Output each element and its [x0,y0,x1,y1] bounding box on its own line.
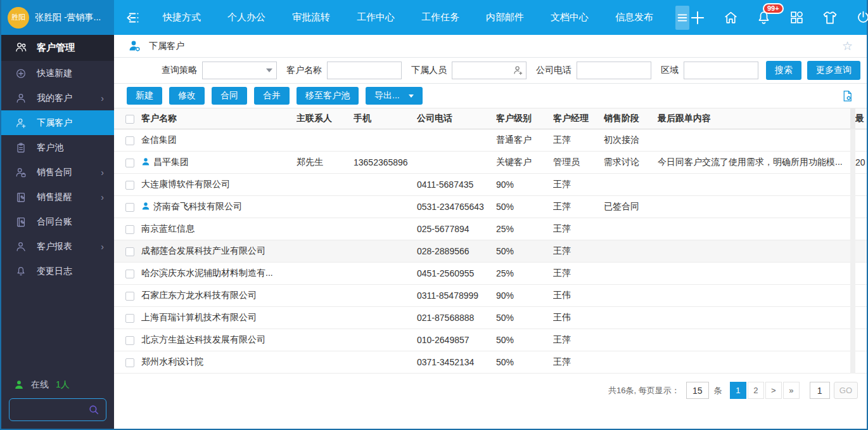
sidebar: 客户管理 快速新建 我的客户 › [1,35,114,429]
user-panel[interactable]: 胜阳 张胜阳 -营销事... [1,0,114,35]
table-row[interactable]: 昌平集团 郑先生 13652365896 关键客户 管理员 需求讨论 今日同客户… [114,152,867,174]
sidebar-search-input[interactable] [16,405,88,415]
col-mobile[interactable]: 手机 [354,108,417,129]
cell-customer-name[interactable]: 济南奋飞科技有限公司 [141,196,297,218]
customer-name-label: 客户名称 [286,65,322,76]
next-page-button[interactable]: > [765,382,782,399]
sidebar-item-my-customers[interactable]: 我的客户 › [1,86,114,110]
col-customer-name[interactable]: 客户名称 [141,108,297,129]
row-checkbox[interactable] [125,336,134,345]
nav-item-work-center[interactable]: 工作中心 [343,0,408,35]
table-row[interactable]: 北京方生益达科技发展有限公司 010-2649857 50% 王萍 [114,329,867,351]
nav-item-work-tasks[interactable]: 工作任务 [408,0,473,35]
sidebar-item-quick-create[interactable]: 快速新建 [1,61,114,86]
table-row[interactable]: 金信集团 普通客户 王萍 初次接洽 [114,129,867,152]
search-icon[interactable] [88,404,99,415]
select-all-checkbox[interactable] [125,115,134,124]
cell-customer-name[interactable]: 郑州水利设计院 [141,351,297,374]
nav-item-shortcuts[interactable]: 快捷方式 [150,0,214,35]
row-checkbox[interactable] [125,358,134,367]
sidebar-item-contract-ledger[interactable]: 合同台账 [1,209,114,234]
sidebar-item-customer-reports[interactable]: 客户报表 › [1,234,114,259]
table-row[interactable]: 上海百瑞计算机技术有限公司 021-87568888 50% 王伟 [114,307,867,329]
home-icon[interactable] [723,10,739,25]
row-checkbox[interactable] [125,270,134,278]
table-row[interactable]: 石家庄东方龙水科技有限公司 0311-85478999 90% 王伟 [114,285,867,307]
page-size-input[interactable] [686,382,709,399]
row-checkbox[interactable] [125,159,134,167]
row-checkbox[interactable] [125,203,134,212]
nav-item-approval-flow[interactable]: 审批流转 [279,0,343,35]
sidebar-item-subordinate-customers[interactable]: 下属客户 [1,110,114,135]
document-settings-icon[interactable] [841,89,854,103]
row-checkbox[interactable] [125,314,134,323]
company-phone-input[interactable] [577,62,651,79]
region-input[interactable] [684,62,758,79]
page-1-button[interactable]: 1 [730,382,746,399]
nav-item-document-center[interactable]: 文档中心 [537,0,602,35]
col-main-contact[interactable]: 主联系人 [297,108,354,129]
strategy-select[interactable] [202,62,277,79]
avatar[interactable]: 胜阳 [8,7,29,29]
goto-page-input[interactable] [810,382,830,399]
plus-icon[interactable] [689,10,706,26]
cell-customer-name[interactable]: 上海百瑞计算机技术有限公司 [141,307,297,329]
cell-customer-name[interactable]: 哈尔滨庆东水泥辅助材料制造有... [141,263,297,285]
col-customer-manager[interactable]: 客户经理 [553,108,604,129]
top-bar: 胜阳 张胜阳 -营销事... 快捷方式 个人办公 审批流转 工作中心 工作任务 … [1,0,867,35]
table-header-row: 客户名称 主联系人 手机 公司电话 客户级别 客户经理 销售阶段 最后跟单内容 … [114,108,867,129]
contract-button[interactable]: 合同 [212,87,247,105]
cell-customer-name[interactable]: 成都莲合发展科技产业有限公司 [141,240,297,263]
sidebar-item-customer-pool[interactable]: 客户池 [1,135,114,160]
nav-item-info-publish[interactable]: 信息发布 [602,0,667,35]
search-button[interactable]: 搜索 [766,61,801,80]
cell-customer-name[interactable]: 昌平集团 [141,152,297,174]
user-plus-icon[interactable] [513,65,523,75]
cell-customer-name[interactable]: 石家庄东方龙水科技有限公司 [141,285,297,307]
row-checkbox[interactable] [125,247,134,256]
cell-customer-name[interactable]: 金信集团 [141,129,297,152]
collapse-sidebar-icon[interactable] [124,10,141,26]
table-row[interactable]: 哈尔滨庆东水泥辅助材料制造有... 0451-2560955 25% 王萍 [114,263,867,285]
favorite-star-icon[interactable]: ☆ [842,40,853,52]
cell-customer-name[interactable]: 南京蓝红信息 [141,218,297,240]
table-row[interactable]: 大连康博软件有限公司 0411-5687435 90% 王萍 [114,174,867,196]
bell-icon[interactable]: 99+ [756,10,772,25]
row-checkbox[interactable] [125,292,134,301]
col-customer-level[interactable]: 客户级别 [496,108,553,129]
page-2-button[interactable]: 2 [748,382,764,399]
last-page-button[interactable]: » [783,382,800,399]
apps-icon[interactable] [789,10,805,25]
export-button[interactable]: 导出... [366,87,423,105]
table-row[interactable]: 郑州水利设计院 0371-3452134 50% 王萍 [114,351,867,374]
new-button[interactable]: 新建 [127,87,162,105]
cell-customer-name[interactable]: 北京方生益达科技发展有限公司 [141,329,297,351]
notification-badge: 99+ [763,3,784,14]
col-sales-stage[interactable]: 销售阶段 [604,108,658,129]
sidebar-item-sales-contracts[interactable]: 销售合同 › [1,160,114,185]
menu-icon[interactable] [675,6,689,30]
nav-item-internal-mail[interactable]: 内部邮件 [473,0,537,35]
go-button[interactable]: GO [834,382,858,399]
col-last-follow-note[interactable]: 最后跟单内容 [658,108,853,129]
row-checkbox[interactable] [125,181,134,190]
table-row[interactable]: 济南奋飞科技有限公司 0531-234765643 50% 王萍 已签合同 [114,196,867,218]
row-checkbox[interactable] [125,225,134,234]
table-row[interactable]: 南京蓝红信息 025-5677894 25% 王萍 [114,218,867,240]
sidebar-item-change-log[interactable]: 变更日志 [1,259,114,283]
user-plus-icon [15,117,27,129]
edit-button[interactable]: 修改 [169,87,205,105]
row-checkbox[interactable] [125,136,134,145]
merge-button[interactable]: 合并 [254,87,290,105]
customer-name-input[interactable] [327,62,402,79]
shirt-icon[interactable] [822,10,838,26]
more-query-button[interactable]: 更多查询 [807,61,860,80]
move-to-pool-button[interactable]: 移至客户池 [297,87,359,105]
table-footer: 共16条, 每页显示： 条 1 2 > » GO [114,374,867,429]
power-icon[interactable] [855,10,868,25]
sidebar-item-sales-reminders[interactable]: 销售提醒 › [1,185,114,209]
table-row[interactable]: 成都莲合发展科技产业有限公司 028-2889566 50% 王萍 [114,240,867,263]
nav-item-personal-office[interactable]: 个人办公 [214,0,279,35]
col-company-phone[interactable]: 公司电话 [417,108,496,129]
cell-customer-name[interactable]: 大连康博软件有限公司 [141,174,297,196]
